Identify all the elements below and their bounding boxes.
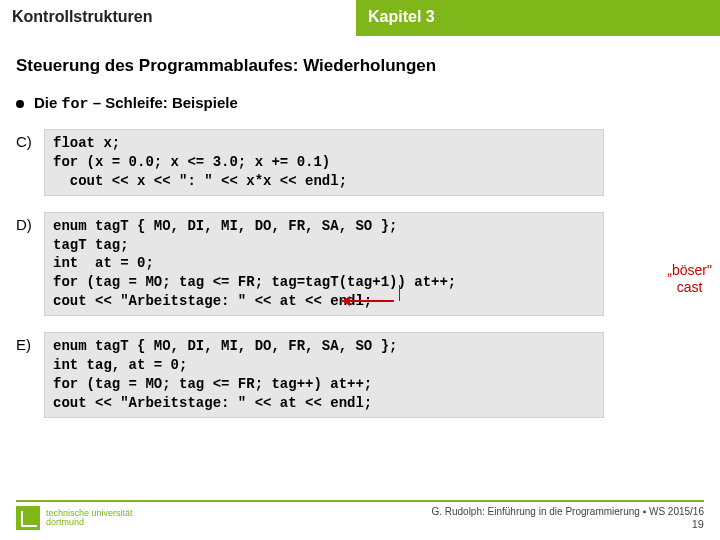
content-area: Steuerung des Programmablaufes: Wiederho… — [16, 56, 704, 418]
annotation-boeser-cast: „böser" cast — [667, 262, 712, 296]
credit-text: G. Rudolph: Einführung in die Programmie… — [431, 506, 704, 517]
chapter-title: Kapitel 3 — [356, 0, 720, 36]
example-label-c: C) — [16, 129, 44, 150]
page-number: 19 — [431, 518, 704, 530]
bullet-keyword: for — [62, 96, 89, 113]
bullet-suffix: – Schleife: Beispiele — [89, 94, 238, 111]
example-c: C) float x; for (x = 0.0; x <= 3.0; x +=… — [16, 129, 704, 196]
example-label-e: E) — [16, 332, 44, 353]
footer-rule — [16, 500, 704, 502]
annotation-line1: „böser" — [667, 262, 712, 278]
logo-text: technische universität dortmund — [46, 509, 133, 528]
code-block-d: enum tagT { MO, DI, MI, DO, FR, SA, SO }… — [44, 212, 604, 316]
footer-credit: G. Rudolph: Einführung in die Programmie… — [431, 506, 704, 530]
breadcrumb-left: Kontrollstrukturen — [0, 0, 356, 36]
tu-dortmund-logo: technische universität dortmund — [16, 506, 133, 530]
uni-name-line2: dortmund — [46, 517, 84, 527]
bullet-icon — [16, 100, 24, 108]
example-e: E) enum tagT { MO, DI, MI, DO, FR, SA, S… — [16, 332, 704, 418]
arrow-vertical — [399, 285, 401, 301]
example-label-d: D) — [16, 212, 44, 233]
bullet-item: Die for – Schleife: Beispiele — [16, 94, 704, 113]
section-title: Steuerung des Programmablaufes: Wiederho… — [16, 56, 704, 76]
bullet-prefix: Die — [34, 94, 62, 111]
footer: technische universität dortmund G. Rudol… — [0, 500, 720, 540]
code-block-c: float x; for (x = 0.0; x <= 3.0; x += 0.… — [44, 129, 604, 196]
bullet-text: Die for – Schleife: Beispiele — [34, 94, 238, 113]
arrow-head-icon — [342, 296, 350, 306]
arrow-icon — [342, 294, 400, 308]
slide: Kontrollstrukturen Kapitel 3 Steuerung d… — [0, 0, 720, 540]
code-block-e: enum tagT { MO, DI, MI, DO, FR, SA, SO }… — [44, 332, 604, 418]
logo-mark-icon — [16, 506, 40, 530]
annotation-line2: cast — [677, 279, 703, 295]
